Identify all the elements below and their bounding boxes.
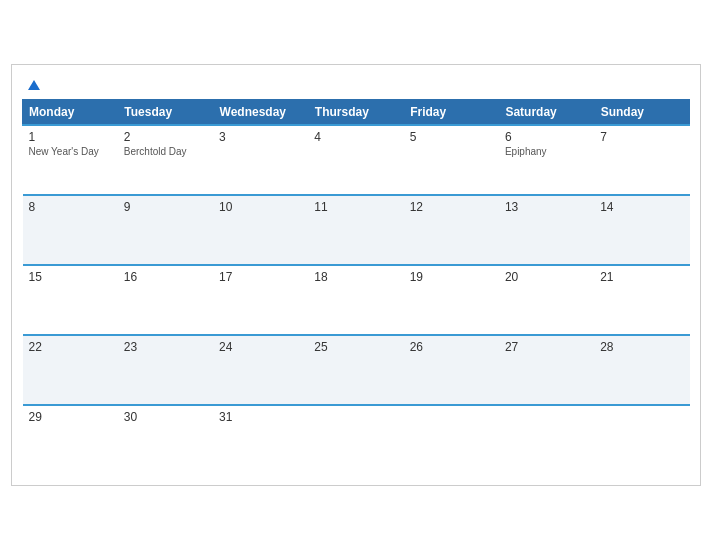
day-number: 1	[29, 130, 112, 144]
calendar-cell: 11	[308, 195, 403, 265]
week-row-4: 22232425262728	[23, 335, 690, 405]
day-number: 13	[505, 200, 588, 214]
calendar-cell: 14	[594, 195, 689, 265]
day-number: 8	[29, 200, 112, 214]
holiday-name: New Year's Day	[29, 146, 112, 157]
day-number: 28	[600, 340, 683, 354]
day-number: 17	[219, 270, 302, 284]
day-number: 25	[314, 340, 397, 354]
day-number: 30	[124, 410, 207, 424]
day-number: 16	[124, 270, 207, 284]
column-header-tuesday: Tuesday	[118, 100, 213, 126]
calendar-thead: MondayTuesdayWednesdayThursdayFridaySatu…	[23, 100, 690, 126]
calendar-cell: 15	[23, 265, 118, 335]
day-number: 26	[410, 340, 493, 354]
calendar-cell: 16	[118, 265, 213, 335]
calendar-cell: 21	[594, 265, 689, 335]
logo-blue-row	[26, 75, 40, 92]
calendar-cell	[308, 405, 403, 475]
calendar-cell: 1New Year's Day	[23, 125, 118, 195]
day-number: 9	[124, 200, 207, 214]
day-number: 5	[410, 130, 493, 144]
day-number: 22	[29, 340, 112, 354]
day-number: 7	[600, 130, 683, 144]
day-number: 29	[29, 410, 112, 424]
day-number: 6	[505, 130, 588, 144]
calendar-cell: 22	[23, 335, 118, 405]
day-number: 27	[505, 340, 588, 354]
calendar-header	[22, 75, 690, 92]
calendar-cell: 28	[594, 335, 689, 405]
day-number: 18	[314, 270, 397, 284]
column-header-thursday: Thursday	[308, 100, 403, 126]
calendar-cell: 6Epiphany	[499, 125, 594, 195]
header-row: MondayTuesdayWednesdayThursdayFridaySatu…	[23, 100, 690, 126]
calendar-cell: 2Berchtold Day	[118, 125, 213, 195]
calendar-cell: 25	[308, 335, 403, 405]
calendar-body: 1New Year's Day2Berchtold Day3456Epiphan…	[23, 125, 690, 475]
day-number: 15	[29, 270, 112, 284]
calendar-cell: 13	[499, 195, 594, 265]
calendar-cell: 23	[118, 335, 213, 405]
calendar-cell: 29	[23, 405, 118, 475]
column-header-saturday: Saturday	[499, 100, 594, 126]
calendar-grid: MondayTuesdayWednesdayThursdayFridaySatu…	[22, 99, 690, 475]
calendar-cell: 20	[499, 265, 594, 335]
week-row-2: 891011121314	[23, 195, 690, 265]
day-number: 2	[124, 130, 207, 144]
calendar-cell: 7	[594, 125, 689, 195]
calendar-cell: 17	[213, 265, 308, 335]
holiday-name: Epiphany	[505, 146, 588, 157]
holiday-name: Berchtold Day	[124, 146, 207, 157]
calendar-cell: 26	[404, 335, 499, 405]
day-number: 21	[600, 270, 683, 284]
day-number: 19	[410, 270, 493, 284]
calendar-cell	[594, 405, 689, 475]
calendar-cell: 27	[499, 335, 594, 405]
calendar-cell: 30	[118, 405, 213, 475]
calendar-cell: 31	[213, 405, 308, 475]
calendar-cell	[499, 405, 594, 475]
day-number: 31	[219, 410, 302, 424]
calendar-cell: 24	[213, 335, 308, 405]
column-header-sunday: Sunday	[594, 100, 689, 126]
week-row-1: 1New Year's Day2Berchtold Day3456Epiphan…	[23, 125, 690, 195]
day-number: 3	[219, 130, 302, 144]
day-number: 24	[219, 340, 302, 354]
calendar-cell: 19	[404, 265, 499, 335]
calendar-cell: 9	[118, 195, 213, 265]
week-row-5: 293031	[23, 405, 690, 475]
day-number: 4	[314, 130, 397, 144]
calendar-cell: 8	[23, 195, 118, 265]
logo-triangle-icon	[28, 80, 40, 90]
calendar-container: MondayTuesdayWednesdayThursdayFridaySatu…	[11, 64, 701, 487]
calendar-cell	[404, 405, 499, 475]
calendar-cell: 10	[213, 195, 308, 265]
day-number: 14	[600, 200, 683, 214]
calendar-cell: 18	[308, 265, 403, 335]
day-number: 20	[505, 270, 588, 284]
day-number: 12	[410, 200, 493, 214]
column-header-monday: Monday	[23, 100, 118, 126]
calendar-cell: 12	[404, 195, 499, 265]
logo	[26, 75, 40, 92]
calendar-cell: 3	[213, 125, 308, 195]
column-header-friday: Friday	[404, 100, 499, 126]
column-header-wednesday: Wednesday	[213, 100, 308, 126]
week-row-3: 15161718192021	[23, 265, 690, 335]
calendar-cell: 5	[404, 125, 499, 195]
calendar-cell: 4	[308, 125, 403, 195]
day-number: 23	[124, 340, 207, 354]
day-number: 10	[219, 200, 302, 214]
day-number: 11	[314, 200, 397, 214]
